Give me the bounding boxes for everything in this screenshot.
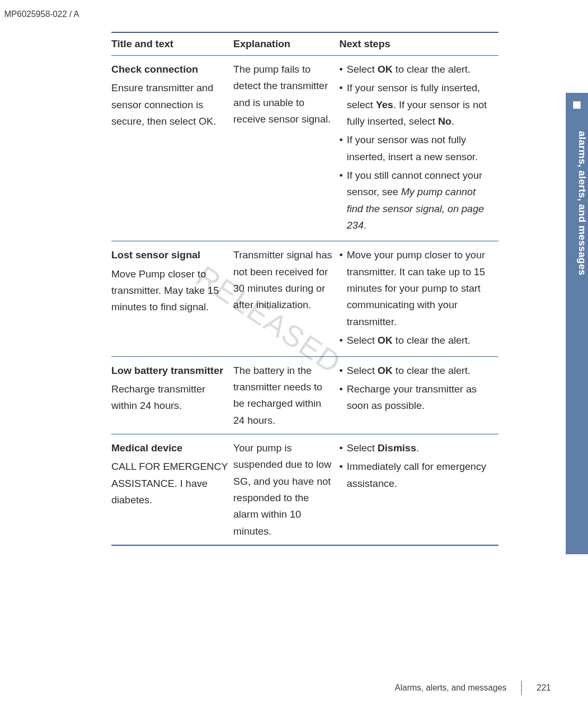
- cell-next-steps: Select OK to clear the alert.If your sen…: [339, 56, 498, 241]
- steps-list: Select OK to clear the alert.If your sen…: [339, 61, 493, 233]
- text: Select: [347, 442, 378, 453]
- bold-text: OK: [378, 335, 393, 346]
- doc-header-code: MP6025958-022 / A: [4, 10, 79, 19]
- step-item: If your sensor is fully inserted, select…: [339, 80, 493, 129]
- col-header-title: Title and text: [111, 32, 233, 56]
- row-subtitle: CALL FOR EMERGENCY ASSISTANCE. I have di…: [111, 458, 228, 508]
- table-row: Check connectionEnsure transmitter and s…: [111, 56, 498, 241]
- cell-next-steps: Move your pump closer to your transmitte…: [339, 241, 498, 356]
- row-subtitle: Recharge transmitter within 24 hours.: [111, 381, 228, 414]
- text: .: [416, 442, 419, 453]
- step-item: Immediately call for emergency assistanc…: [339, 458, 493, 492]
- side-tab-label: alarms, alerts, and messages: [566, 131, 588, 449]
- cell-title: Lost sensor signalMove Pump closer to tr…: [111, 241, 233, 356]
- bold-text: OK: [378, 64, 393, 75]
- row-subtitle: Ensure transmitter and sensor connection…: [111, 80, 228, 129]
- step-item: If you still cannot connect your sensor,…: [339, 167, 493, 233]
- page-footer: Alarms, alerts, and messages 221: [395, 681, 551, 695]
- text: If your sensor was not fully inserted, i…: [347, 134, 478, 162]
- cell-explanation: Your pump is suspended due to low SG, an…: [233, 434, 339, 545]
- table-row: Medical deviceCALL FOR EMERGENCY ASSISTA…: [111, 434, 498, 545]
- bold-text: No: [438, 116, 451, 127]
- page-content: Title and text Explanation Next steps Ch…: [111, 32, 498, 546]
- text: Immediately call for emergency assistanc…: [347, 461, 486, 488]
- text: Recharge your transmitter as soon as pos…: [347, 383, 477, 411]
- text: to clear the alert.: [393, 64, 471, 75]
- steps-list: Select Dismiss.Immediately call for emer…: [339, 440, 493, 492]
- text: to clear the alert.: [393, 335, 471, 346]
- bold-text: Yes: [376, 99, 393, 110]
- text: Select: [347, 365, 378, 376]
- text: .: [364, 220, 366, 231]
- row-title: Medical device: [111, 440, 228, 456]
- cell-title: Check connectionEnsure transmitter and s…: [111, 56, 233, 241]
- col-header-explanation: Explanation: [233, 32, 339, 56]
- step-item: Select OK to clear the alert.: [339, 362, 493, 379]
- cell-explanation: The battery in the transmitter needs to …: [233, 356, 339, 434]
- text: .: [451, 116, 454, 127]
- steps-list: Select OK to clear the alert.Recharge yo…: [339, 362, 493, 414]
- cell-next-steps: Select OK to clear the alert.Recharge yo…: [339, 356, 498, 434]
- footer-divider: [521, 681, 522, 695]
- footer-section: Alarms, alerts, and messages: [395, 683, 507, 693]
- text: Select: [347, 64, 378, 75]
- step-item: Select OK to clear the alert.: [339, 61, 493, 77]
- table-row: Low battery transmitterRecharge transmit…: [111, 356, 498, 434]
- table-row: Lost sensor signalMove Pump closer to tr…: [111, 241, 498, 356]
- cell-explanation: The pump fails to detect the transmitter…: [233, 56, 339, 241]
- bold-text: Dismiss: [378, 442, 416, 453]
- step-item: Select OK to clear the alert.: [339, 332, 493, 348]
- text: to clear the alert.: [393, 365, 471, 376]
- cell-title: Medical deviceCALL FOR EMERGENCY ASSISTA…: [111, 434, 233, 545]
- bold-text: OK: [378, 365, 393, 376]
- text: Select: [347, 335, 378, 346]
- alerts-table: Title and text Explanation Next steps Ch…: [111, 32, 498, 546]
- row-title: Check connection: [111, 61, 228, 77]
- row-title: Low battery transmitter: [111, 362, 228, 379]
- text: Move your pump closer to your transmitte…: [347, 249, 485, 327]
- step-item: Select Dismiss.: [339, 440, 493, 456]
- side-tab: alarms, alerts, and messages: [566, 93, 588, 554]
- col-header-next-steps: Next steps: [339, 32, 498, 56]
- cell-title: Low battery transmitterRecharge transmit…: [111, 356, 233, 434]
- row-subtitle: Move Pump closer to transmitter. May tak…: [111, 266, 228, 316]
- steps-list: Move your pump closer to your transmitte…: [339, 247, 493, 348]
- step-item: If your sensor was not fully inserted, i…: [339, 132, 493, 165]
- row-title: Lost sensor signal: [111, 247, 228, 263]
- footer-page-number: 221: [537, 683, 551, 693]
- cell-next-steps: Select Dismiss.Immediately call for emer…: [339, 434, 498, 545]
- cell-explanation: Transmitter signal has not been received…: [233, 241, 339, 356]
- step-item: Move your pump closer to your transmitte…: [339, 247, 493, 330]
- step-item: Recharge your transmitter as soon as pos…: [339, 381, 493, 414]
- side-tab-square-icon: [573, 101, 581, 109]
